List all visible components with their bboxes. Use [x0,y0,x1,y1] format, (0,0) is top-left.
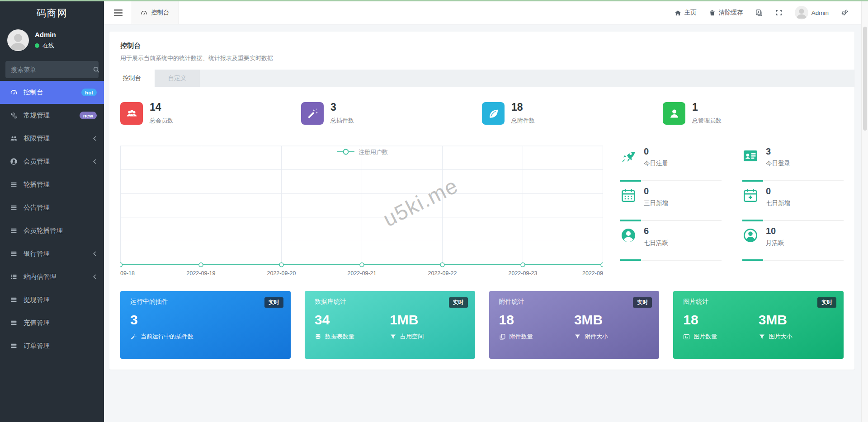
bars-icon [10,227,18,234]
avatar [7,29,29,51]
scrollbar-thumb[interactable] [863,27,867,131]
quickstat-label: 三日新增 [644,199,722,207]
search-icon[interactable] [93,66,100,73]
new-badge: new [80,112,97,119]
metric-value: 18 [683,312,758,327]
quickstat-value: 0 [644,186,722,196]
quickstat-label: 今日登录 [766,159,844,168]
sidebar-item-announcements[interactable]: 公告管理 [0,196,104,219]
home-icon [675,9,681,16]
sidebar-item-banks[interactable]: 银行管理 [0,242,104,265]
sidebar-item-general[interactable]: 常规管理 new [0,104,104,127]
sidebar-item-member-carousel[interactable]: 会员轮播管理 [0,219,104,242]
divider [742,180,844,181]
divider [620,260,722,261]
fullscreen-icon[interactable] [775,9,783,16]
sidebar-user-name: Admin [35,31,56,38]
topbar-actions: 主页 清除缓存 Admin [675,6,861,19]
sidebar-menu: 控制台 hot 常规管理 new 权限管理 会员管理 轮播管理 公告管理 [0,81,104,357]
sidebar-item-permissions[interactable]: 权限管理 [0,127,104,150]
stat-total-members: 14 总会员数 [120,102,301,125]
divider [742,260,844,261]
topbar-tab-dashboard[interactable]: 控制台 [132,1,179,24]
line-chart: 注册用户数 09-18 2022-09-19 2022-09-20 2022-0… [120,145,603,277]
user-silhouette-icon [795,6,808,19]
stat-total-plugins: 3 总插件数 [301,102,482,125]
metric-label: 附件大小 [585,333,608,341]
trash-icon [709,9,716,16]
card-running-plugins[interactable]: 运行中的插件 实时 3 当前运行中的插件数 [120,291,291,359]
card-metric: 3MB 图片大小 [759,312,834,341]
topbar-user[interactable]: Admin [795,6,829,19]
card-title: 数据库统计 [315,298,465,306]
card-metric: 3 当前运行中的插件数 [130,312,205,341]
card-metric: 18 附件数量 [499,312,574,341]
topbar-user-name: Admin [811,9,829,16]
avatar [795,6,808,19]
bars-icon [10,204,18,211]
quickstat-7day-new: 0 七日新增 [742,185,844,225]
card-title: 运行中的插件 [130,298,281,306]
home-link[interactable]: 主页 [675,9,697,17]
user-status-label: 在线 [42,42,54,50]
sidebar-item-site-messages[interactable]: 站内信管理 [0,265,104,288]
card-attachment-stats[interactable]: 附件统计 实时 18 附件数量 3MB [489,291,660,359]
metric-label: 图片大小 [769,333,793,341]
user-circle-filled-icon [620,227,637,244]
stat-total-admins: 1 总管理员数 [663,102,844,125]
database-icon [315,333,321,340]
stats-row: 14 总会员数 3 总插件数 [120,98,844,128]
quickstat-3day-new: 0 三日新增 [620,185,722,225]
chevron-left-icon [93,136,97,141]
card-title: 附件统计 [499,298,650,306]
quickstat-today-registered: 0 今日注册 [620,145,722,185]
gauge-icon [10,89,18,96]
realtime-badge: 实时 [817,297,836,308]
bars-icon [10,296,18,304]
card-database-stats[interactable]: 数据库统计 实时 34 数据表数量 1MB [305,291,475,359]
quickstat-today-logins: 3 今日登录 [742,145,844,185]
sidebar-item-withdrawals[interactable]: 提现管理 [0,288,104,311]
card-image-stats[interactable]: 图片统计 实时 18 图片数量 3MB [673,291,844,359]
clear-cache-button[interactable]: 清除缓存 [709,9,743,17]
metric-label: 数据表数量 [325,333,354,341]
sidebar-item-dashboard[interactable]: 控制台 hot [0,81,104,104]
user-circle-icon [10,158,18,165]
metric-value: 3MB [759,312,834,327]
svg-text:09-18: 09-18 [120,270,135,277]
translate-icon[interactable] [755,9,763,17]
sidebar-item-label: 控制台 [24,88,43,97]
sidebar-item-label: 充值管理 [24,319,50,327]
divider [742,220,844,221]
sidebar-item-carousel[interactable]: 轮播管理 [0,173,104,196]
sidebar-item-label: 会员轮播管理 [24,226,63,235]
bars-icon [10,250,18,258]
dashboard-panel: 控制台 用于展示当前系统中的统计数据、统计报表及重要实时数据 控制台 自定义 1… [109,32,854,370]
tab-dashboard[interactable]: 控制台 [109,70,155,87]
search-input[interactable] [11,66,93,73]
sidebar-item-orders[interactable]: 订单管理 [0,334,104,357]
hot-badge: hot [81,89,97,96]
sidebar-item-members[interactable]: 会员管理 [0,150,104,173]
settings-gears-icon[interactable] [841,9,849,17]
scrollbar-track[interactable] [861,1,868,422]
chevron-left-icon [93,251,97,257]
quickstat-value: 10 [766,226,844,236]
card-title: 图片统计 [683,298,834,306]
chart-legend[interactable]: 注册用户数 [337,149,388,155]
divider [620,180,722,181]
tab-custom[interactable]: 自定义 [155,70,200,87]
clear-cache-label: 清除缓存 [719,9,743,17]
chevron-left-icon [93,159,97,164]
quickstat-value: 6 [644,226,722,236]
hamburger-menu-icon[interactable] [114,9,123,16]
quickstat-value: 0 [766,186,844,196]
card-metric: 18 图片数量 [683,312,758,341]
calendar-icon [620,188,637,204]
quick-stats-grid: 0 今日注册 3 今日登录 [620,145,844,279]
sidebar-item-recharge[interactable]: 充值管理 [0,311,104,334]
svg-text:2022-09-22: 2022-09-22 [428,270,457,277]
panel-body: 14 总会员数 3 总插件数 [109,87,854,359]
sidebar-user-panel: Admin 在线 [0,25,104,55]
bars-icon [10,342,18,350]
